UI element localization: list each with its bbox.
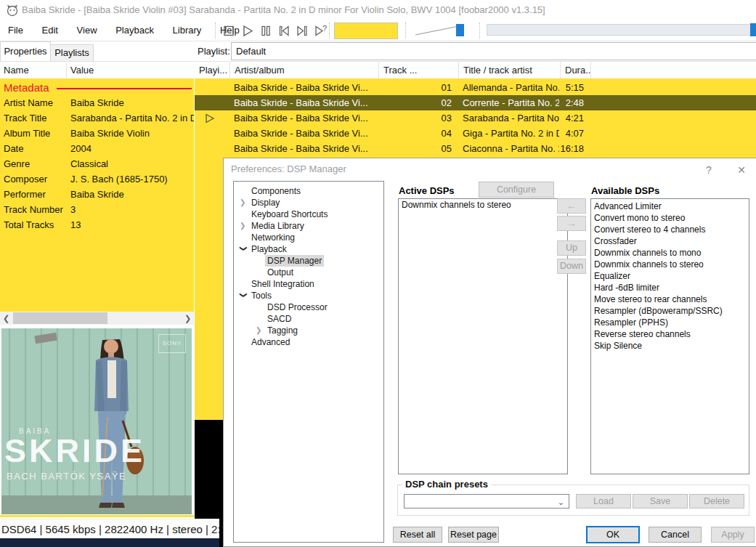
tree-item-tools[interactable]: ❯Tools: [234, 290, 383, 301]
available-dsp-item[interactable]: Hard -6dB limiter: [591, 282, 749, 293]
move-to-available-button[interactable]: →: [557, 216, 586, 231]
column-value[interactable]: Value: [70, 62, 94, 79]
title-bar[interactable]: Baiba Skride - [Baiba Skride Violin #03]…: [0, 0, 756, 20]
playlist-row-5[interactable]: Baiba Skride - Baiba Skride Vi... 05 Cia…: [195, 141, 756, 156]
scrollbar-thumb[interactable]: [13, 312, 107, 324]
playlist-row-1[interactable]: Baiba Skride - Baiba Skride Vi... 01 All…: [195, 80, 756, 95]
move-down-button[interactable]: Down: [557, 259, 586, 274]
random-button[interactable]: ?: [313, 24, 330, 38]
tree-item-sacd[interactable]: SACD: [234, 313, 383, 325]
active-dsp-item[interactable]: Downmix channels to stereo: [399, 199, 567, 211]
available-dsp-item[interactable]: Downmix channels to stereo: [591, 259, 749, 270]
tree-item-keyboard-shortcuts[interactable]: Keyboard Shortcuts: [234, 208, 383, 220]
playlist-row-2-selected[interactable]: Baiba Skride - Baiba Skride Vi... 02 Cor…: [195, 95, 756, 110]
cell-artist-album: Baiba Skride - Baiba Skride Vi...: [234, 126, 376, 141]
property-row[interactable]: PerformerBaiba Skride: [0, 187, 194, 202]
column-track[interactable]: Track ...: [379, 62, 459, 79]
prop-name: Album Title: [4, 126, 50, 141]
column-title[interactable]: Title / track artist: [459, 62, 561, 79]
property-row[interactable]: Artist NameBaiba Skride: [0, 95, 194, 110]
preset-combobox[interactable]: ⌄: [404, 494, 569, 508]
tree-item-shell-integration[interactable]: Shell Integration: [234, 278, 383, 290]
available-dsps-list[interactable]: Advanced Limiter Convert mono to stereo …: [590, 198, 749, 474]
available-dsp-item[interactable]: Reverse stereo channels: [591, 328, 749, 340]
close-icon[interactable]: ✕: [733, 163, 749, 177]
chevron-down-icon[interactable]: ❯: [237, 292, 249, 301]
tree-item-output[interactable]: Output: [234, 267, 383, 278]
menu-edit[interactable]: Edit: [34, 20, 66, 41]
seek-handle[interactable]: [750, 23, 756, 36]
tree-item-playback[interactable]: ❯Playback: [234, 243, 383, 255]
property-row[interactable]: GenreClassical: [0, 156, 194, 171]
playlist-row-4[interactable]: Baiba Skride - Baiba Skride Vi... 04 Gig…: [195, 126, 756, 141]
property-row[interactable]: Date2004: [0, 141, 194, 156]
chevron-right-icon[interactable]: ❯: [256, 325, 264, 336]
load-button[interactable]: Load: [576, 494, 631, 508]
tab-properties[interactable]: Properties: [0, 41, 51, 62]
tab-playlists[interactable]: Playlists: [50, 44, 94, 62]
column-artist-album[interactable]: Artist/album: [230, 62, 379, 79]
properties-hscrollbar[interactable]: ❮ ❯: [0, 312, 194, 325]
menu-file[interactable]: File: [0, 20, 31, 41]
column-playing[interactable]: Playi...: [195, 62, 230, 79]
property-row[interactable]: Total Tracks13: [0, 217, 194, 232]
menu-playback[interactable]: Playback: [107, 20, 162, 41]
menu-view[interactable]: View: [69, 20, 105, 41]
cancel-button[interactable]: Cancel: [649, 527, 702, 543]
pause-button[interactable]: [259, 24, 276, 38]
column-duration[interactable]: Dura...: [561, 62, 591, 79]
available-dsp-item[interactable]: Move stereo to rear channels: [591, 293, 749, 305]
previous-button[interactable]: [277, 24, 294, 38]
property-row[interactable]: ComposerJ. S. Bach (1685-1750): [0, 171, 194, 187]
tree-item-components[interactable]: Components: [234, 185, 383, 197]
playlist-row-3-playing[interactable]: Baiba Skride - Baiba Skride Vi... 03 Sar…: [195, 110, 756, 126]
tree-item-advanced[interactable]: Advanced: [234, 336, 383, 348]
playlist-combobox[interactable]: Default: [231, 42, 756, 60]
available-dsp-item[interactable]: Downmix channels to mono: [591, 247, 749, 259]
spectrum-visualizer[interactable]: [334, 23, 398, 39]
available-dsp-item[interactable]: Equalizer: [591, 270, 749, 282]
save-button[interactable]: Save: [633, 494, 688, 508]
property-row[interactable]: Track TitleSarabanda - Partita No. 2 in …: [0, 110, 194, 126]
volume-slider[interactable]: [414, 23, 469, 38]
available-dsp-item[interactable]: Resampler (PPHS): [591, 317, 749, 328]
seek-bar[interactable]: [487, 24, 756, 36]
metadata-section-label: Metadata: [4, 80, 49, 96]
tree-item-dsd-processor[interactable]: DSD Processor: [234, 301, 383, 313]
move-to-active-button[interactable]: ←: [557, 198, 586, 214]
property-row[interactable]: Track Number3: [0, 202, 194, 217]
scroll-right-icon[interactable]: ❯: [182, 312, 194, 325]
reset-all-button[interactable]: Reset all: [393, 527, 442, 543]
menu-library[interactable]: Library: [165, 20, 210, 41]
move-up-button[interactable]: Up: [557, 240, 586, 256]
property-row[interactable]: Album TitleBaiba Skride Violin: [0, 126, 194, 141]
configure-selected-button[interactable]: Configure selected: [479, 182, 554, 198]
available-dsp-item[interactable]: Convert stereo to 4 channels: [591, 224, 749, 235]
next-button[interactable]: [295, 24, 312, 38]
tree-item-tagging[interactable]: ❯Tagging: [234, 325, 383, 336]
play-button[interactable]: [240, 24, 258, 38]
active-dsps-list[interactable]: Downmix channels to stereo: [398, 198, 568, 474]
available-dsp-item[interactable]: Advanced Limiter: [591, 200, 749, 212]
reset-page-button[interactable]: Reset page: [448, 527, 499, 543]
available-dsp-item[interactable]: Resampler (dBpoweramp/SSRC): [591, 305, 749, 317]
apply-button[interactable]: Apply: [711, 527, 755, 543]
delete-button[interactable]: Delete: [689, 494, 744, 508]
tree-item-dsp-manager[interactable]: DSP Manager: [234, 255, 383, 267]
column-divider[interactable]: [66, 63, 67, 78]
help-icon[interactable]: ?: [702, 163, 716, 177]
available-dsp-item[interactable]: Convert mono to stereo: [591, 212, 749, 224]
chevron-right-icon[interactable]: ❯: [240, 197, 248, 208]
tree-item-networking[interactable]: Networking: [234, 232, 383, 243]
column-name[interactable]: Name: [4, 62, 29, 79]
album-art: BAIBA SKRIDE BACH BARTÓK YSAŸE SONY: [1, 328, 192, 514]
tree-item-media-library[interactable]: ❯Media Library: [234, 220, 383, 232]
chevron-down-icon[interactable]: ❯: [237, 246, 249, 254]
ok-button[interactable]: OK: [586, 526, 640, 543]
scroll-left-icon[interactable]: ❮: [0, 312, 12, 325]
chevron-right-icon[interactable]: ❯: [240, 220, 248, 232]
stop-button[interactable]: [221, 24, 239, 38]
available-dsp-item[interactable]: Crossfader: [591, 235, 749, 247]
tree-item-display[interactable]: ❯Display: [234, 197, 383, 208]
available-dsp-item[interactable]: Skip Silence: [591, 340, 749, 352]
